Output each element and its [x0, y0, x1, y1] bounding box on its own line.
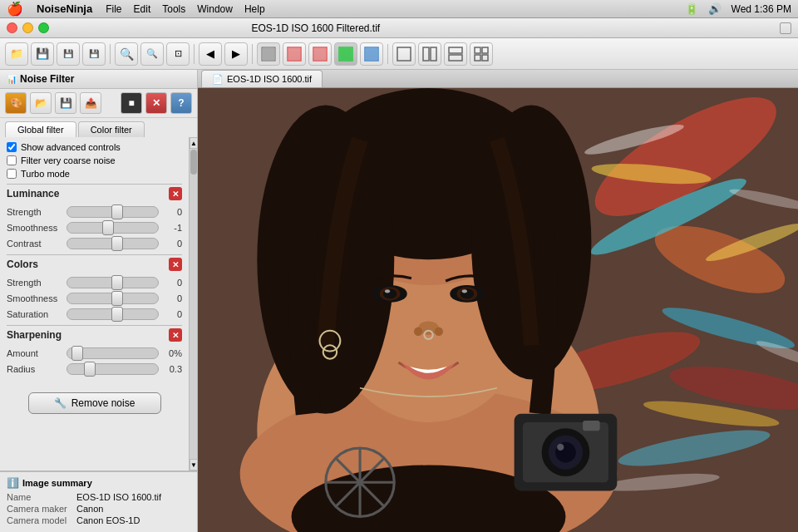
scrollbar-track[interactable]: [190, 149, 197, 459]
svg-rect-17: [475, 55, 480, 61]
view-dark-button[interactable]: [334, 42, 357, 66]
colors-saturation-label: Saturation: [7, 309, 63, 319]
turbo-mode-row: Turbo mode: [7, 169, 182, 179]
separator-3: [252, 44, 253, 64]
colors-saturation-track[interactable]: [66, 308, 159, 320]
svg-point-52: [414, 328, 422, 336]
layout-split-h-button[interactable]: [418, 42, 441, 66]
luminance-contrast-label: Contrast: [7, 239, 63, 249]
colors-smoothness-track[interactable]: [66, 293, 159, 304]
colors-section-header: Colors ✕: [7, 254, 182, 273]
back-button[interactable]: ◀: [199, 42, 222, 66]
save-button[interactable]: 💾: [31, 42, 54, 66]
panel-scrollbar[interactable]: ▲ ▼: [189, 137, 197, 470]
colors-title: Colors: [7, 259, 38, 270]
turbo-mode-checkbox[interactable]: [7, 169, 17, 179]
svg-rect-14: [449, 55, 462, 61]
save-icon[interactable]: 💾: [55, 92, 76, 114]
svg-rect-9: [366, 48, 377, 60]
image-area: 📄 EOS-1D ISO 1600.tif: [198, 70, 798, 532]
luminance-close-button[interactable]: ✕: [169, 187, 182, 200]
export-button[interactable]: 💾: [82, 42, 106, 66]
filter-coarse-label: Filter very coarse noise: [21, 155, 116, 165]
scrollbar-up-button[interactable]: ▲: [190, 137, 197, 149]
view-filtered-button[interactable]: [283, 42, 306, 66]
luminance-contrast-track[interactable]: [66, 238, 159, 249]
sharpening-amount-track[interactable]: [66, 347, 159, 359]
remove-noise-button[interactable]: 🔧 Remove noise: [28, 392, 161, 414]
image-tab[interactable]: 📄 EOS-1D ISO 1600.tif: [201, 70, 323, 87]
black-square-icon[interactable]: ■: [121, 92, 142, 114]
layout-split-v-button[interactable]: [444, 42, 467, 66]
export-icon[interactable]: 📤: [80, 92, 101, 114]
image-tab-label: EOS-1D ISO 1600.tif: [227, 74, 312, 84]
cancel-icon[interactable]: ✕: [145, 92, 167, 114]
svg-point-50: [462, 289, 467, 293]
colors-smoothness-value: 0: [162, 293, 182, 303]
zoom-in-button[interactable]: 🔍: [115, 42, 138, 66]
resize-icon[interactable]: [780, 22, 791, 34]
menu-file[interactable]: File: [106, 3, 121, 15]
menu-edit[interactable]: Edit: [134, 3, 151, 15]
luminance-smoothness-value: -1: [162, 223, 182, 233]
show-advanced-checkbox[interactable]: [7, 142, 17, 152]
image-tabbar: 📄 EOS-1D ISO 1600.tif: [198, 70, 798, 88]
global-filter-tab[interactable]: Global filter: [5, 121, 76, 137]
save-as-button[interactable]: 💾: [57, 42, 80, 66]
svg-rect-15: [475, 47, 480, 53]
summary-row-maker: Camera maker Canon: [7, 504, 190, 514]
sharpening-amount-row: Amount 0%: [7, 347, 182, 359]
menu-tools[interactable]: Tools: [162, 3, 185, 15]
svg-rect-3: [288, 48, 300, 60]
apple-menu[interactable]: 🍎: [7, 1, 23, 17]
view-original-button[interactable]: [257, 42, 280, 66]
image-summary-section: ℹ️ Image summary Name EOS-1D ISO 1600.ti…: [0, 470, 197, 532]
luminance-strength-track[interactable]: [66, 206, 159, 218]
filter-coarse-checkbox[interactable]: [7, 155, 17, 165]
menu-window[interactable]: Window: [197, 3, 233, 15]
noise-filter-header: 📊 Noise Filter: [0, 70, 197, 89]
remove-noise-label: Remove noise: [71, 397, 135, 409]
luminance-strength-row: Strength 0: [7, 206, 182, 218]
color-filter-tab[interactable]: Color filter: [78, 121, 145, 137]
sharpening-radius-label: Radius: [7, 364, 63, 374]
sharpening-radius-track[interactable]: [66, 363, 159, 375]
open-folder-button[interactable]: 📁: [5, 42, 28, 66]
sharpening-radius-row: Radius 0.3: [7, 363, 182, 375]
view-diff-button[interactable]: [308, 42, 332, 66]
sharpening-close-button[interactable]: ✕: [169, 328, 182, 342]
close-button[interactable]: [7, 22, 17, 33]
summary-row-model: Camera model Canon EOS-1D: [7, 515, 190, 525]
scrollbar-down-button[interactable]: ▼: [190, 459, 197, 470]
show-advanced-label: Show advanced controls: [21, 142, 121, 152]
forward-button[interactable]: ▶: [224, 42, 248, 66]
filter-content: Show advanced controls Filter very coars…: [0, 137, 189, 470]
info-circle-icon: ℹ️: [7, 477, 19, 489]
zoom-out-button[interactable]: 🔍: [140, 42, 164, 66]
luminance-smoothness-track[interactable]: [66, 222, 159, 234]
filter-scroll: Show advanced controls Filter very coars…: [0, 137, 197, 470]
luminance-smoothness-row: Smoothness -1: [7, 222, 182, 234]
info-icon[interactable]: ?: [170, 92, 192, 114]
layout-quad-button[interactable]: [470, 42, 493, 66]
turbo-mode-label: Turbo mode: [21, 169, 70, 179]
remove-noise-icon: 🔧: [54, 397, 66, 409]
svg-point-67: [557, 444, 564, 451]
svg-rect-16: [482, 47, 488, 53]
open-icon[interactable]: 📂: [30, 92, 52, 114]
colors-strength-track[interactable]: [66, 277, 159, 288]
tool-icon-1[interactable]: 🎨: [5, 92, 27, 114]
view-blue-button[interactable]: [360, 42, 383, 66]
colors-strength-label: Strength: [7, 278, 63, 288]
menu-help[interactable]: Help: [244, 3, 265, 15]
luminance-title: Luminance: [7, 188, 59, 200]
svg-point-49: [461, 288, 474, 298]
zoom-fit-button[interactable]: ⊡: [166, 42, 190, 66]
colors-close-button[interactable]: ✕: [169, 258, 182, 271]
luminance-strength-label: Strength: [7, 207, 63, 217]
minimize-button[interactable]: [22, 22, 33, 33]
svg-rect-7: [340, 48, 352, 60]
maximize-button[interactable]: [38, 22, 49, 33]
scrollbar-thumb[interactable]: [190, 150, 197, 175]
layout-single-button[interactable]: [392, 42, 416, 66]
